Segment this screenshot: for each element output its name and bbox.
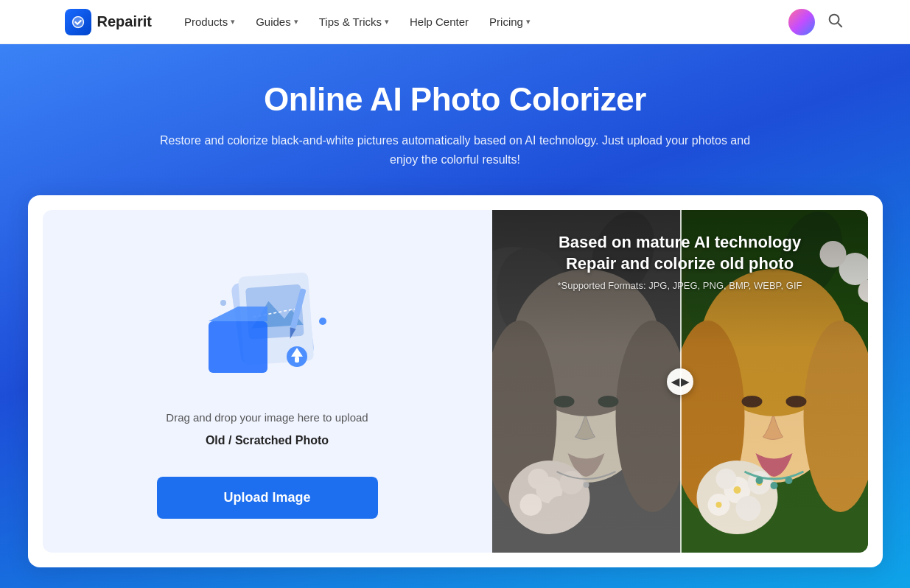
nav-right [788,9,846,35]
navbar: Repairit Products ▾ Guides ▾ Tips & Tric… [0,0,910,44]
svg-marker-9 [209,307,267,321]
nav-item-products[interactable]: Products ▾ [175,11,244,32]
file-type-label: Old / Scratched Photo [166,431,368,450]
svg-rect-13 [295,357,299,363]
nav-item-help-center[interactable]: Help Center [401,11,477,32]
upload-text: Drag and drop your image here to upload … [166,409,368,465]
hero-description: Restore and colorize black-and-white pic… [153,131,757,169]
chevron-down-icon: ▾ [294,17,298,27]
hero-section: Online AI Photo Colorizer Restore and co… [0,44,910,588]
divider-handle[interactable]: ◀ ▶ [667,368,693,395]
preview-panel: ◀ ▶ Based on mature AI technology Repair… [492,210,868,553]
chevron-down-icon: ▾ [385,17,389,27]
svg-point-14 [319,318,326,325]
search-button[interactable] [824,9,846,35]
nav-item-tips-tricks[interactable]: Tips & Tricks ▾ [310,11,398,32]
main-card: Drag and drop your image here to upload … [28,195,883,567]
svg-line-2 [838,23,841,27]
upload-illustration [186,244,349,391]
svg-point-15 [220,300,226,306]
upload-panel: Drag and drop your image here to upload … [43,210,492,553]
svg-rect-8 [209,321,267,373]
preview-background: ◀ ▶ Based on mature AI technology Repair… [492,210,868,553]
arrow-icon: ◀ ▶ [671,376,689,388]
avatar[interactable] [788,9,815,35]
nav-item-pricing[interactable]: Pricing ▾ [480,11,539,32]
nav-links: Products ▾ Guides ▾ Tips & Tricks ▾ Help… [175,11,783,32]
nav-item-guides[interactable]: Guides ▾ [247,11,307,32]
chevron-down-icon: ▾ [526,17,531,27]
hero-title: Online AI Photo Colorizer [15,81,895,118]
drag-drop-text: Drag and drop your image here to upload [166,409,368,427]
card-inner: Drag and drop your image here to upload … [43,210,868,553]
logo[interactable]: Repairit [65,9,152,35]
logo-icon [65,9,91,35]
upload-image-button[interactable]: Upload Image [157,477,378,519]
logo-text: Repairit [97,13,152,30]
chevron-down-icon: ▾ [231,17,235,27]
